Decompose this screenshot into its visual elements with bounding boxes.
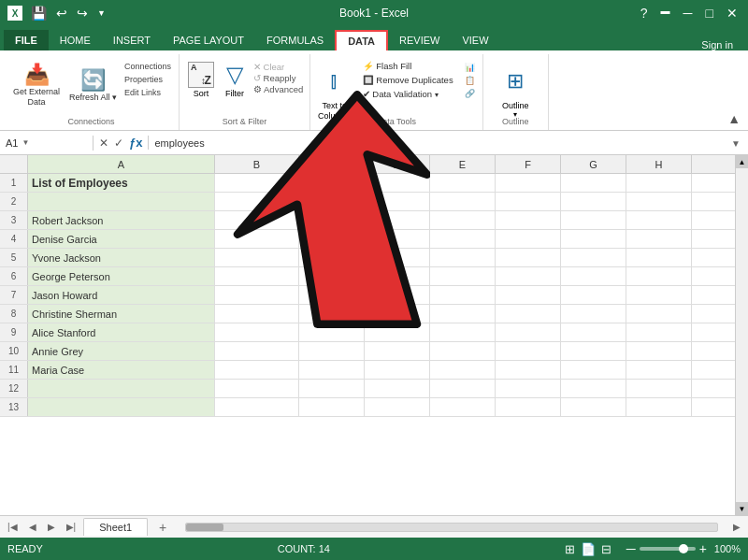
h-scroll-right-btn[interactable]: ▶	[729, 522, 744, 532]
tab-insert[interactable]: INSERT	[102, 30, 162, 50]
cell-c11[interactable]	[299, 361, 365, 379]
cell-e8[interactable]	[430, 305, 496, 323]
cell-d8[interactable]	[365, 305, 430, 323]
cell-f2[interactable]	[496, 193, 561, 210]
tab-formulas[interactable]: FORMULAS	[255, 30, 335, 50]
cell-b12[interactable]	[215, 380, 299, 397]
whatif-button[interactable]: 📋	[463, 75, 477, 86]
cell-e6[interactable]	[430, 267, 496, 285]
cell-b10[interactable]	[215, 342, 299, 360]
cell-a10[interactable]: Annie Grey	[28, 342, 215, 360]
cell-c2[interactable]	[299, 193, 365, 210]
col-header-d[interactable]: D	[365, 155, 430, 173]
cell-c13[interactable]	[299, 398, 365, 416]
cell-d1[interactable]	[365, 174, 430, 192]
cell-a7[interactable]: Jason Howard	[28, 286, 215, 304]
cell-d6[interactable]	[365, 267, 430, 285]
cell-b11[interactable]	[215, 361, 299, 379]
insert-function-button[interactable]: ƒx	[129, 136, 142, 150]
flash-fill-button[interactable]: ⚡ Flash Fill	[361, 60, 455, 72]
cell-g8[interactable]	[561, 305, 626, 323]
relationships-button[interactable]: 🔗	[463, 88, 477, 99]
cell-g5[interactable]	[561, 249, 626, 266]
sort-button[interactable]: A Z ↕ Sort	[186, 60, 216, 100]
col-header-h[interactable]: H	[626, 155, 692, 173]
cell-g7[interactable]	[561, 286, 626, 304]
cell-f8[interactable]	[496, 305, 561, 323]
cell-c6[interactable]	[299, 267, 365, 285]
clear-button[interactable]: ✕ Clear	[253, 62, 303, 72]
cell-g11[interactable]	[561, 361, 626, 379]
cell-g10[interactable]	[561, 342, 626, 360]
cell-e11[interactable]	[430, 361, 496, 379]
consolidate-button[interactable]: 📊	[463, 62, 477, 73]
cell-a2[interactable]	[28, 193, 215, 210]
text-to-columns-button[interactable]: ⫿ Text to Columns	[316, 60, 353, 123]
cell-h10[interactable]	[626, 342, 692, 360]
cell-c5[interactable]	[299, 249, 365, 266]
cell-c4[interactable]	[299, 230, 365, 248]
cell-h12[interactable]	[626, 380, 692, 397]
cell-h11[interactable]	[626, 361, 692, 379]
cell-h5[interactable]	[626, 249, 692, 266]
cell-g4[interactable]	[561, 230, 626, 248]
cell-b9[interactable]	[215, 323, 299, 341]
confirm-formula-button[interactable]: ✓	[114, 136, 123, 150]
cell-f12[interactable]	[496, 380, 561, 397]
cell-e9[interactable]	[430, 323, 496, 341]
minimize-button[interactable]: ─	[681, 5, 696, 22]
col-header-e[interactable]: E	[430, 155, 496, 173]
close-button[interactable]: ✕	[724, 5, 741, 22]
tab-file[interactable]: FILE	[4, 30, 49, 50]
cell-f7[interactable]	[496, 286, 561, 304]
cell-c8[interactable]	[299, 305, 365, 323]
cell-g2[interactable]	[561, 193, 626, 210]
normal-view-button[interactable]: ⊞	[565, 542, 575, 556]
scroll-up-button[interactable]: ▲	[736, 155, 748, 168]
cell-e7[interactable]	[430, 286, 496, 304]
page-break-view-button[interactable]: ⊟	[601, 542, 611, 556]
name-box[interactable]: A1 ▼	[0, 136, 94, 151]
sheet-nav-next[interactable]: ▶	[44, 520, 59, 534]
cell-c7[interactable]	[299, 286, 365, 304]
cell-a9[interactable]: Alice Stanford	[28, 323, 215, 341]
cell-a11[interactable]: Maria Case	[28, 361, 215, 379]
cell-d12[interactable]	[365, 380, 430, 397]
get-external-data-button[interactable]: 📥 Get External Data	[9, 63, 64, 109]
cell-f4[interactable]	[496, 230, 561, 248]
cell-a12[interactable]	[28, 380, 215, 397]
cell-d3[interactable]	[365, 211, 430, 229]
cell-a8[interactable]: Christine Sherman	[28, 305, 215, 323]
cell-e2[interactable]	[430, 193, 496, 210]
cell-g12[interactable]	[561, 380, 626, 397]
cell-c10[interactable]	[299, 342, 365, 360]
cell-g13[interactable]	[561, 398, 626, 416]
cell-h7[interactable]	[626, 286, 692, 304]
cell-e3[interactable]	[430, 211, 496, 229]
cell-d5[interactable]	[365, 249, 430, 266]
zoom-in-button[interactable]: +	[699, 541, 707, 556]
cell-c3[interactable]	[299, 211, 365, 229]
maximize-button[interactable]: □	[703, 5, 716, 22]
page-layout-view-button[interactable]: 📄	[581, 542, 596, 556]
cell-a4[interactable]: Denise Garcia	[28, 230, 215, 248]
cell-f9[interactable]	[496, 323, 561, 341]
cell-g3[interactable]	[561, 211, 626, 229]
cell-a3[interactable]: Robert Jackson	[28, 211, 215, 229]
advanced-button[interactable]: ⚙ Advanced	[253, 84, 303, 94]
cell-b13[interactable]	[215, 398, 299, 416]
cell-b1[interactable]	[215, 174, 299, 192]
cell-c1[interactable]	[299, 174, 365, 192]
cell-b5[interactable]	[215, 249, 299, 266]
save-button[interactable]: 💾	[28, 5, 50, 22]
cell-h1[interactable]	[626, 174, 692, 192]
cell-e1[interactable]	[430, 174, 496, 192]
cell-e12[interactable]	[430, 380, 496, 397]
cell-e4[interactable]	[430, 230, 496, 248]
outline-button[interactable]: ⊞ Outline ▾	[495, 60, 536, 121]
cell-a13[interactable]	[28, 398, 215, 416]
cell-b2[interactable]	[215, 193, 299, 210]
vertical-scrollbar[interactable]: ▲ ▼	[735, 155, 748, 515]
cell-h9[interactable]	[626, 323, 692, 341]
sign-in-button[interactable]: Sign in	[690, 39, 744, 50]
